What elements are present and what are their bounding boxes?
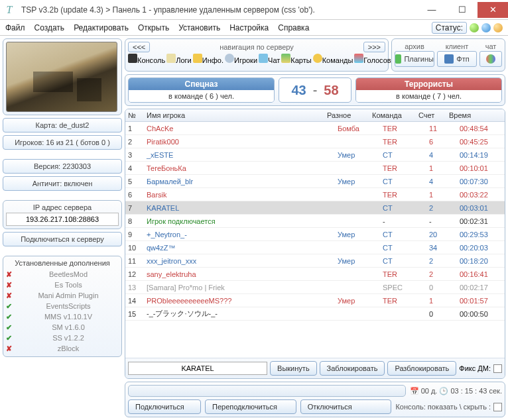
ip-panel: IP адрес сервера 193.26.217.108:28863 — [3, 200, 122, 229]
addon-name: MMS v1.10.1V — [18, 313, 119, 321]
console-toggle-group: Консоль: показать \ скрыть : — [395, 403, 502, 411]
version-button[interactable]: Версия: 2230303 — [3, 159, 122, 174]
table-row[interactable]: 9+_Neytron_-УмерCT2000:29:53 — [125, 228, 505, 241]
table-row[interactable]: 11xxx_jeitron_xxxУмерCT200:18:20 — [125, 254, 505, 268]
teams-panel: Спецназ в команде ( 6 ) чел. 43 - 58 Тер… — [125, 74, 505, 106]
table-row[interactable]: 14PRObleeeeeeeeeeMS???УмерTER100:01:57 — [125, 294, 505, 307]
addon-row: ✔SS v1.2.2 — [6, 333, 119, 343]
menu-open[interactable]: Открыть — [138, 23, 169, 32]
table-body[interactable]: 1ChAcKeБомбаTER1100:48:542Piratik000TER6… — [125, 122, 505, 358]
info-icon — [193, 54, 202, 63]
map-panel — [3, 38, 122, 115]
team-ct-box[interactable]: Спецназ в команде ( 6 ) чел. — [128, 78, 275, 103]
addons-panel: Установленные дополнения ✘BeetlesMod✘Es … — [3, 256, 122, 357]
table-row[interactable]: 8Игрок подключается--00:02:31 — [125, 215, 505, 228]
check-icon: ✔ — [6, 313, 14, 321]
chat-block: чат — [479, 42, 502, 68]
players-table: № Имя игрока Разное Команда Счет Время 1… — [125, 109, 505, 379]
nav-info[interactable]: Инфо. — [193, 54, 223, 68]
map-thumbnail — [6, 42, 117, 112]
table-row[interactable]: 15-_-ブラック·ソウル-_-000:00:50 — [125, 307, 505, 321]
kick-button[interactable]: Выкинуть — [270, 361, 317, 376]
status-orange-icon[interactable] — [493, 23, 503, 32]
console-icon — [128, 54, 137, 63]
nav-console[interactable]: Консоль — [128, 54, 165, 68]
status-blue-icon[interactable] — [481, 23, 491, 32]
check-icon: ✔ — [6, 334, 14, 342]
ftp-button[interactable]: Фтп — [437, 51, 477, 67]
progress-bar — [128, 385, 406, 397]
nav-next-button[interactable]: >>> — [363, 42, 385, 52]
logs-icon — [166, 54, 176, 63]
menu-help[interactable]: Справка — [278, 23, 309, 32]
score-box: 43 - 58 — [279, 78, 351, 103]
table-row[interactable]: 6BarsikTER100:03:22 — [125, 188, 505, 201]
nav-prev-button[interactable]: <<< — [128, 42, 150, 52]
status-button[interactable]: Статус: — [432, 22, 467, 34]
plugins-button[interactable]: Плагины — [395, 51, 434, 67]
table-header[interactable]: № Имя игрока Разное Команда Счет Время — [125, 109, 505, 122]
menu-settings[interactable]: Настройка — [229, 23, 269, 32]
table-row[interactable]: 3_xESTEУмерCT400:14:19 — [125, 148, 505, 162]
nav-teams[interactable]: Команды — [313, 54, 353, 68]
table-row[interactable]: 2Piratik000TER600:45:25 — [125, 135, 505, 148]
maximize-button[interactable]: ☐ — [447, 2, 477, 18]
addon-row: ✘Es Tools — [6, 280, 119, 290]
addon-row: ✔MMS v1.10.1V — [6, 311, 119, 322]
nav-logs[interactable]: Логи — [166, 54, 192, 68]
menu-install[interactable]: Установить — [178, 23, 220, 32]
app-icon: T — [0, 1, 19, 19]
team-t-box[interactable]: Террористы в команде ( 7 ) чел. — [355, 78, 502, 103]
reconnect-button[interactable]: Переподключиться — [205, 399, 296, 414]
disconnect-button[interactable]: Отключиться — [300, 399, 392, 414]
menu-file[interactable]: Файл — [5, 23, 25, 32]
status-green-icon[interactable] — [470, 23, 479, 32]
selected-player-input[interactable] — [128, 362, 267, 375]
nav-maps[interactable]: Карты — [281, 54, 311, 68]
fixdm-checkbox[interactable] — [493, 364, 502, 373]
voting-icon — [354, 54, 363, 63]
menu-edit[interactable]: Редактировать — [74, 23, 129, 32]
anticheat-button[interactable]: Античит: включен — [3, 176, 122, 191]
connect-button[interactable]: Подключиться — [128, 399, 201, 414]
players-count-button[interactable]: Игроков: 16 из 21 ( ботов 0 ) — [3, 135, 122, 150]
addon-name: zBlock — [18, 344, 119, 352]
addon-row: ✔SM v1.6.0 — [6, 322, 119, 333]
table-row[interactable]: 13[Samara] Pro*mo | FriekSPEC000:02:17 — [125, 281, 505, 294]
cross-icon: ✘ — [6, 291, 14, 300]
ip-value[interactable]: 193.26.217.108:28863 — [6, 213, 119, 226]
nav-chat[interactable]: Чат — [259, 54, 280, 68]
ftp-icon — [444, 54, 454, 64]
ban-button[interactable]: Заблокировать — [320, 361, 385, 376]
check-icon: ✔ — [6, 302, 14, 311]
fixdm-group: Фикс ДМ: — [459, 364, 502, 373]
titlebar: T TSP v3.2b (update 4.3) > Панель 1 - уп… — [0, 0, 508, 20]
addon-name: Mani Admin Plugin — [18, 291, 119, 299]
menu-create[interactable]: Создать — [34, 23, 65, 32]
table-row[interactable]: 7KARATELCT200:03:01 — [125, 201, 505, 215]
table-row[interactable]: 4ТегеБоньКаTER100:10:01 — [125, 162, 505, 175]
clock-icon: 🕒 — [439, 387, 448, 395]
addon-name: Es Tools — [18, 281, 119, 289]
console-toggle-checkbox[interactable] — [493, 403, 502, 411]
unban-button[interactable]: Разблокировать — [387, 361, 456, 376]
chat-button[interactable] — [479, 51, 502, 67]
nav-players[interactable]: Игроки — [225, 54, 257, 68]
table-row[interactable]: 1ChAcKeБомбаTER1100:48:54 — [125, 122, 505, 135]
table-row[interactable]: 5Бармалей_blrУмерCT400:07:30 — [125, 175, 505, 188]
nav-title: навигация по серверу — [153, 43, 360, 51]
uptime-display: 📅 00 д. 🕒 03 : 15 : 43 сек. — [410, 387, 502, 395]
table-row[interactable]: 12sany_elektruhaTER200:16:41 — [125, 268, 505, 281]
map-name-button[interactable]: Карта: de_dust2 — [3, 118, 122, 132]
teams-icon — [313, 54, 322, 63]
close-button[interactable]: ✕ — [477, 2, 508, 18]
addon-row: ✔EventsScripts — [6, 301, 119, 311]
window-title: TSP v3.2b (update 4.3) > Панель 1 - упра… — [19, 5, 416, 15]
minimize-button[interactable]: — — [416, 2, 447, 18]
table-row[interactable]: 10qw4zZ™CT3400:20:03 — [125, 241, 505, 254]
server-nav-panel: <<< навигация по серверу >>> Консоль Лог… — [125, 38, 389, 72]
cross-icon: ✘ — [6, 344, 14, 353]
cross-icon: ✘ — [6, 281, 14, 289]
connect-server-button[interactable]: Подключиться к серверу — [3, 232, 122, 246]
menubar: Файл Создать Редактировать Открыть Устан… — [0, 20, 508, 36]
